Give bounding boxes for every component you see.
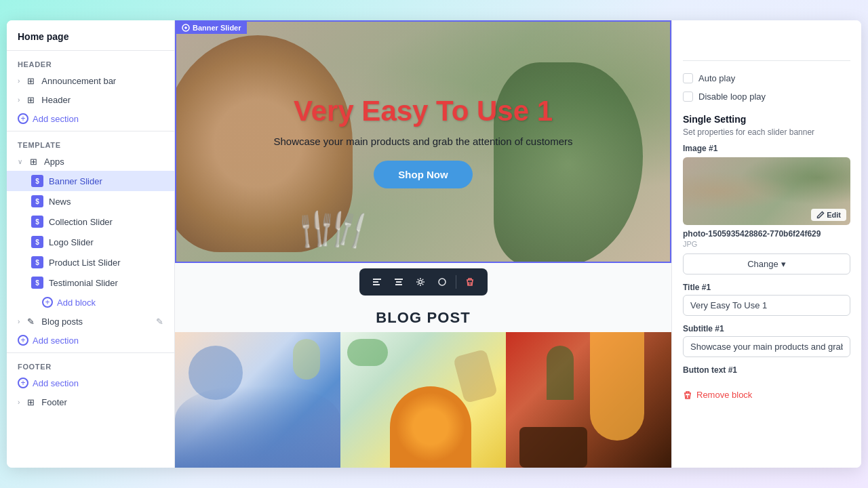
- blog-icon: ✎: [25, 316, 36, 327]
- template-section-label: Template: [7, 134, 174, 152]
- blog-card-image-1: [175, 332, 340, 468]
- svg-rect-6: [395, 284, 402, 285]
- banner-title: Very Easy To Use 1: [294, 95, 553, 127]
- add-section-button-1[interactable]: + Add section: [7, 109, 174, 128]
- app-icon: $: [31, 277, 43, 289]
- edit-overlay-button[interactable]: Edit: [811, 209, 846, 221]
- page-title: Home page: [7, 20, 174, 47]
- svg-rect-3: [373, 284, 380, 285]
- align-left-button[interactable]: [368, 272, 387, 291]
- chevron-right-icon: ›: [18, 96, 20, 104]
- sidebar-item-testimonial-slider[interactable]: $ Testimonial Slider: [7, 272, 174, 293]
- auto-play-row: Auto play: [683, 69, 850, 87]
- add-section-button-3[interactable]: + Add section: [7, 373, 174, 392]
- toolbar: [359, 268, 488, 296]
- subtitle-field-label: Subtitle #1: [683, 324, 850, 333]
- blog-card-3[interactable]: [506, 332, 671, 468]
- align-center-button[interactable]: [389, 272, 408, 291]
- pencil-icon: [816, 211, 825, 219]
- canvas: Banner Slider 🍴 🍴 🍴 Very Easy To Use 1 S…: [175, 20, 671, 468]
- add-block-button[interactable]: + Add block: [7, 293, 174, 312]
- sidebar-item-news[interactable]: $ News: [7, 191, 174, 211]
- grid-icon: ⊞: [25, 75, 36, 86]
- button-text-field-label: Button text #1: [683, 365, 850, 375]
- grid-icon: ⊞: [25, 94, 36, 105]
- delete-button[interactable]: [460, 272, 479, 291]
- sidebar-item-footer[interactable]: › ⊞ Footer: [7, 392, 174, 411]
- add-section-button-2[interactable]: + Add section: [7, 331, 174, 350]
- blog-card-2[interactable]: [340, 332, 506, 468]
- svg-point-7: [418, 281, 422, 284]
- blog-section: BLOG POST: [175, 301, 671, 468]
- svg-rect-5: [396, 281, 401, 283]
- chevron-down-icon: ∨: [18, 158, 22, 165]
- sidebar-item-logo-slider[interactable]: $ Logo Slider: [7, 232, 174, 252]
- blog-title: BLOG POST: [175, 301, 671, 332]
- sidebar-item-product-list-slider[interactable]: $ Product List Slider: [7, 252, 174, 272]
- sidebar-item-blog-posts[interactable]: › ✎ Blog posts ✎: [7, 312, 174, 331]
- plus-icon: +: [42, 297, 53, 308]
- shop-now-button[interactable]: Shop Now: [374, 161, 472, 188]
- change-button[interactable]: Change ▾: [683, 253, 850, 274]
- sidebar: Home page Header › ⊞ Announcement bar › …: [7, 20, 175, 468]
- app-icon: $: [31, 175, 43, 187]
- plus-icon: +: [18, 378, 28, 388]
- circle-button[interactable]: [433, 272, 452, 291]
- chevron-right-icon: ›: [18, 318, 20, 325]
- toolbar-divider: [456, 275, 456, 289]
- sidebar-item-header[interactable]: › ⊞ Header: [7, 90, 174, 109]
- auto-play-checkbox[interactable]: [683, 73, 693, 83]
- title-input[interactable]: [683, 295, 850, 316]
- app-icon: $: [31, 256, 43, 268]
- banner-icon: [182, 24, 190, 32]
- single-setting-desc: Set properties for each slider banner: [683, 127, 850, 137]
- plus-icon: +: [18, 335, 28, 346]
- sidebar-item-collection-slider[interactable]: $ Collection Slider: [7, 211, 174, 232]
- image-filename: photo-1505935428862-770b6f24f629: [683, 229, 850, 239]
- banner-section: Banner Slider 🍴 🍴 🍴 Very Easy To Use 1 S…: [175, 20, 671, 263]
- banner-label: Banner Slider: [176, 22, 247, 34]
- apps-icon: ⊞: [28, 156, 39, 167]
- banner-content: Very Easy To Use 1 Showcase your main pr…: [176, 22, 670, 262]
- subtitle-input[interactable]: [683, 336, 850, 357]
- app-icon: $: [31, 236, 43, 248]
- chevron-down-icon: ▾: [781, 259, 786, 269]
- blog-card-image-3: [506, 332, 671, 468]
- blog-posts-grid: [175, 332, 671, 468]
- sidebar-item-apps[interactable]: ∨ ⊞ Apps: [7, 152, 174, 171]
- right-panel: Auto play Disable loop play Single Setti…: [671, 20, 861, 468]
- footer-section-label: Footer: [7, 356, 174, 373]
- banner-subtitle: Showcase your main products and grab the…: [273, 136, 572, 147]
- image-ext: JPG: [683, 240, 850, 248]
- svg-point-8: [439, 279, 446, 285]
- disable-loop-play-row: Disable loop play: [683, 87, 850, 106]
- settings-button[interactable]: [411, 272, 430, 291]
- sidebar-item-announcement-bar[interactable]: › ⊞ Announcement bar: [7, 71, 174, 90]
- svg-rect-1: [373, 279, 381, 280]
- disable-loop-play-checkbox[interactable]: [683, 92, 693, 102]
- chevron-right-icon: ›: [18, 77, 20, 85]
- canvas-toolbar: [175, 263, 671, 301]
- header-section-label: Header: [7, 54, 174, 71]
- remove-block-button[interactable]: Remove block: [683, 386, 850, 404]
- plus-icon: +: [18, 113, 28, 124]
- image-preview: Edit: [683, 157, 850, 225]
- image-label: Image #1: [683, 144, 850, 153]
- blog-card-1[interactable]: [175, 332, 340, 468]
- app-icon: $: [31, 216, 43, 228]
- app-icon: $: [31, 195, 43, 207]
- right-panel-top: [683, 20, 850, 61]
- sidebar-item-banner-slider[interactable]: $ Banner Slider: [7, 171, 174, 191]
- chevron-right-icon: ›: [18, 399, 20, 406]
- blog-card-image-2: [340, 332, 506, 468]
- trash-icon: [683, 390, 692, 400]
- svg-rect-4: [395, 279, 403, 280]
- footer-icon: ⊞: [25, 396, 36, 407]
- single-setting-heading: Single Setting: [683, 114, 850, 125]
- edit-icon[interactable]: ✎: [156, 317, 163, 327]
- title-field-label: Title #1: [683, 283, 850, 292]
- svg-rect-2: [373, 281, 378, 283]
